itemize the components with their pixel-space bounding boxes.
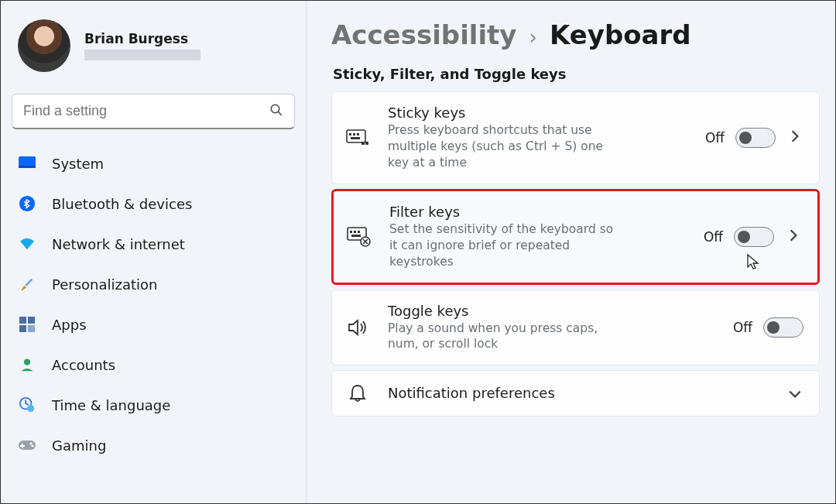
svg-rect-7: [19, 325, 26, 332]
search-input[interactable]: [23, 103, 245, 119]
search-icon: [269, 103, 283, 120]
breadcrumb-parent[interactable]: Accessibility: [331, 19, 517, 50]
clock-globe-icon: [18, 396, 36, 414]
svg-rect-16: [20, 445, 25, 447]
svg-rect-23: [365, 142, 368, 145]
chevron-down-icon[interactable]: [786, 386, 803, 402]
card-notification-preferences[interactable]: Notification preferences: [331, 370, 820, 417]
toggle-state: Off: [704, 229, 723, 245]
card-title: Filter keys: [389, 204, 614, 220]
card-title: Notification preferences: [388, 385, 769, 401]
card-desc: Play a sound when you press caps, num, o…: [388, 321, 612, 353]
avatar: [18, 19, 70, 72]
nav-label: Bluetooth & devices: [52, 196, 192, 212]
keyboard-filter-icon: [346, 227, 372, 247]
paintbrush-icon: [18, 275, 36, 293]
toggle-state: Off: [705, 130, 725, 146]
nav-system[interactable]: System: [12, 143, 301, 183]
card-title: Toggle keys: [388, 303, 612, 319]
nav-accounts[interactable]: Accounts: [12, 345, 301, 385]
section-heading: Sticky, Filter, and Toggle keys: [333, 66, 820, 82]
svg-rect-26: [354, 231, 356, 233]
nav-time-language[interactable]: Time & language: [12, 385, 301, 425]
breadcrumb: Accessibility › Keyboard: [331, 19, 820, 50]
speaker-icon: [344, 318, 371, 337]
svg-point-9: [24, 359, 30, 365]
svg-point-13: [29, 442, 32, 444]
bell-icon: [344, 383, 371, 403]
nav-bluetooth[interactable]: Bluetooth & devices: [12, 183, 301, 224]
card-sticky-keys[interactable]: Sticky keys Press keyboard shortcuts tha…: [331, 91, 820, 184]
nav-label: Apps: [52, 317, 87, 333]
cursor-icon: [746, 253, 760, 273]
svg-rect-5: [19, 317, 26, 324]
svg-point-14: [31, 444, 33, 447]
settings-nav: System Bluetooth & devices Network & int…: [12, 143, 301, 465]
card-desc: Press keyboard shortcuts that use multip…: [388, 122, 612, 171]
nav-label: Accounts: [52, 357, 115, 373]
nav-gaming[interactable]: Gaming: [12, 425, 301, 465]
nav-label: System: [52, 156, 104, 172]
user-email-redacted: [84, 50, 200, 60]
svg-rect-20: [357, 133, 359, 135]
card-desc: Set the sensitivity of the keyboard so i…: [389, 221, 614, 270]
nav-network[interactable]: Network & internet: [12, 224, 301, 264]
svg-line-1: [278, 111, 282, 115]
system-icon: [18, 154, 36, 173]
main-content: Accessibility › Keyboard Sticky, Filter,…: [307, 1, 835, 503]
svg-point-0: [271, 105, 279, 113]
svg-rect-27: [358, 231, 360, 233]
svg-rect-18: [349, 133, 351, 135]
sticky-keys-toggle[interactable]: [735, 128, 776, 148]
chevron-right-icon[interactable]: [786, 129, 803, 146]
person-icon: [18, 355, 36, 374]
svg-rect-25: [350, 231, 352, 233]
card-toggle-keys[interactable]: Toggle keys Play a sound when you press …: [331, 290, 820, 366]
nav-label: Time & language: [52, 397, 170, 413]
svg-rect-3: [19, 166, 36, 168]
nav-label: Personalization: [52, 276, 157, 293]
nav-label: Gaming: [52, 437, 106, 454]
svg-rect-21: [351, 137, 360, 139]
toggle-state: Off: [733, 320, 752, 335]
bluetooth-icon: [18, 194, 36, 213]
card-filter-keys[interactable]: Filter keys Set the sensitivity of the k…: [331, 189, 820, 285]
breadcrumb-current: Keyboard: [550, 19, 691, 50]
svg-rect-17: [347, 130, 365, 142]
sidebar: Brian Burgess System Bluetooth & devi: [1, 1, 307, 503]
profile-block[interactable]: Brian Burgess: [12, 15, 301, 83]
svg-rect-8: [28, 325, 35, 332]
chevron-right-icon: ›: [529, 26, 537, 49]
chevron-right-icon[interactable]: [785, 228, 802, 245]
wifi-icon: [18, 235, 36, 253]
user-name: Brian Burgess: [84, 31, 200, 46]
card-title: Sticky keys: [388, 105, 612, 121]
svg-rect-6: [28, 317, 35, 324]
filter-keys-toggle[interactable]: [734, 227, 774, 247]
search-box[interactable]: [12, 94, 295, 129]
nav-personalization[interactable]: Personalization: [12, 264, 301, 304]
nav-label: Network & internet: [52, 236, 185, 252]
toggle-keys-toggle[interactable]: [763, 317, 803, 338]
svg-rect-22: [361, 142, 365, 145]
apps-icon: [18, 315, 36, 334]
nav-apps[interactable]: Apps: [12, 304, 301, 345]
keyboard-icon: [344, 129, 371, 146]
svg-point-11: [27, 405, 34, 412]
svg-rect-28: [351, 235, 361, 237]
svg-rect-19: [353, 133, 355, 135]
gamepad-icon: [18, 436, 36, 454]
